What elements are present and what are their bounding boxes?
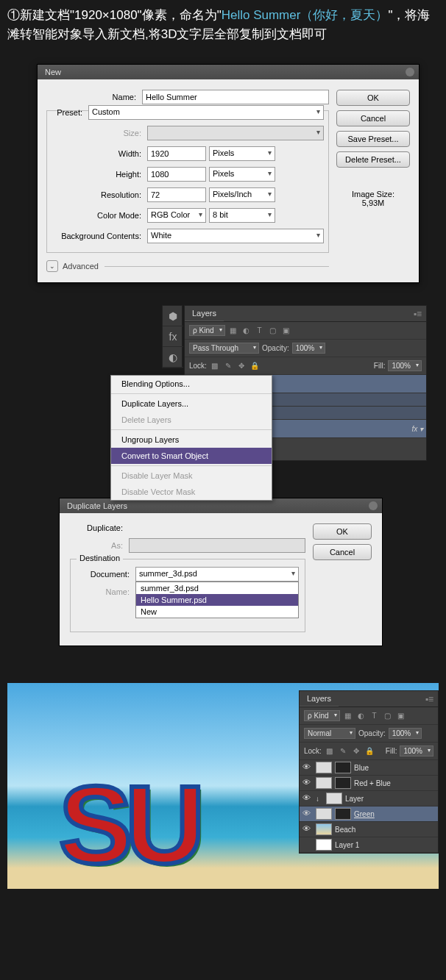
fill-label: Fill:	[374, 362, 386, 370]
size-label: Size:	[52, 129, 147, 137]
close-icon[interactable]	[406, 68, 414, 76]
menu-ungroup-layers[interactable]: Ungroup Layers	[111, 432, 272, 448]
name-input[interactable]	[142, 90, 329, 104]
layers-tab[interactable]: Layers	[185, 306, 224, 321]
filter-adjust-icon[interactable]: ◐	[356, 711, 367, 721]
preset-select[interactable]: Custom	[88, 105, 324, 120]
panel-menu-icon[interactable]: ▪≡	[409, 306, 426, 322]
height-input[interactable]	[147, 167, 206, 182]
dialog-title: New	[45, 68, 61, 76]
filter-type-icon[interactable]: T	[255, 326, 265, 336]
dropdown-option[interactable]: Hello Summer.psd	[136, 594, 298, 606]
size-select	[147, 126, 324, 140]
color-depth-select[interactable]: 8 bit	[209, 208, 275, 223]
filter-kind-select[interactable]: ρ Kind	[304, 710, 340, 721]
layer-item[interactable]: 👁↓Layer	[300, 791, 438, 806]
as-input	[129, 538, 305, 553]
canvas-preview: SU Layers ▪≡ ρ Kind ▦ ◐ T ▢ ▣ Normal Opa…	[7, 683, 439, 889]
as-label: As:	[70, 541, 129, 550]
filter-kind-select[interactable]: ρ Kind	[189, 325, 225, 336]
duplicate-layers-dialog: Duplicate Layers OK Cancel Duplicate: As…	[59, 498, 383, 646]
opacity-input[interactable]: 100%	[292, 343, 326, 354]
ok-button[interactable]: OK	[336, 90, 410, 106]
bg-select[interactable]: White	[147, 229, 324, 243]
lock-paint-icon[interactable]: ✎	[338, 746, 348, 757]
filter-shape-icon[interactable]: ▢	[268, 326, 278, 336]
filter-smart-icon[interactable]: ▣	[281, 326, 291, 336]
duplicate-label: Duplicate:	[70, 523, 129, 532]
dialog-title: Duplicate Layers	[67, 501, 127, 510]
cancel-button[interactable]: Cancel	[313, 544, 372, 560]
opacity-input[interactable]: 100%	[389, 728, 422, 739]
filter-adjust-icon[interactable]: ◐	[241, 326, 252, 336]
dialog-titlebar[interactable]: New	[38, 65, 419, 79]
image-size-label: Image Size:	[336, 190, 410, 198]
filter-pixel-icon[interactable]: ▦	[343, 711, 353, 721]
layer-item[interactable]: 👁Red + Blue	[300, 776, 438, 791]
menu-blending-options[interactable]: Blending Options...	[111, 376, 272, 392]
height-label: Height:	[52, 170, 147, 179]
tool-3d-icon[interactable]: ⬢	[163, 306, 183, 326]
cancel-button[interactable]: Cancel	[336, 110, 410, 126]
name-label: Name:	[77, 587, 135, 596]
fill-input[interactable]: 100%	[388, 360, 422, 371]
lock-trans-icon[interactable]: ▩	[210, 361, 220, 371]
width-unit-select[interactable]: Pixels	[209, 146, 275, 161]
ok-button[interactable]: OK	[313, 523, 372, 540]
lock-all-icon[interactable]: 🔒	[249, 361, 260, 371]
dropdown-option[interactable]: summer_3d.psd	[136, 582, 298, 594]
menu-duplicate-layers[interactable]: Duplicate Layers...	[111, 396, 272, 412]
delete-preset-button[interactable]: Delete Preset...	[336, 151, 410, 168]
destination-legend: Destination	[77, 554, 123, 562]
color-mode-select[interactable]: RGB Color	[147, 208, 206, 223]
panel-menu-icon[interactable]: ▪≡	[421, 691, 438, 707]
height-unit-select[interactable]: Pixels	[209, 167, 275, 182]
lock-move-icon[interactable]: ✥	[351, 746, 361, 757]
filter-type-icon[interactable]: T	[369, 711, 380, 721]
3d-text: SU	[59, 762, 197, 889]
layers-tab[interactable]: Layers	[300, 691, 339, 707]
blend-mode-select[interactable]: Pass Through	[189, 343, 259, 354]
document-select[interactable]: summer_3d.psd	[135, 567, 299, 582]
tool-swatch-icon[interactable]: ◐	[163, 347, 183, 368]
tool-fx-icon[interactable]: fx	[163, 326, 183, 347]
fx-icon[interactable]: fx ▾	[411, 425, 423, 433]
fill-label: Fill:	[386, 747, 397, 755]
width-input[interactable]	[147, 146, 206, 161]
advanced-label: Advanced	[63, 262, 99, 271]
document-label: Document:	[77, 570, 135, 579]
instruction-text: ①新建文档"1920×1080"像素，命名为"Hello Summer（你好，夏…	[0, 0, 446, 49]
opacity-label: Opacity:	[262, 344, 289, 352]
menu-delete-layers: Delete Layers	[111, 412, 272, 428]
filter-smart-icon[interactable]: ▣	[396, 711, 406, 721]
layer-item[interactable]: 👁Blue	[300, 760, 438, 776]
lock-move-icon[interactable]: ✥	[236, 361, 247, 371]
lock-label: Lock:	[189, 362, 207, 370]
lock-trans-icon[interactable]: ▩	[325, 746, 335, 757]
tool-column: ⬢ fx ◐	[162, 305, 183, 368]
lock-label: Lock:	[304, 747, 322, 755]
lock-all-icon[interactable]: 🔒	[364, 746, 375, 757]
layer-item[interactable]: Layer 1	[300, 837, 438, 853]
fill-input[interactable]: 100%	[400, 745, 433, 757]
name-label: Name:	[46, 93, 142, 101]
save-preset-button[interactable]: Save Preset...	[336, 131, 410, 147]
color-mode-label: Color Mode:	[52, 211, 147, 220]
lock-paint-icon[interactable]: ✎	[223, 361, 233, 371]
layers-panel-overlay: Layers ▪≡ ρ Kind ▦ ◐ T ▢ ▣ Normal Opacit…	[299, 690, 439, 854]
dialog-titlebar[interactable]: Duplicate Layers	[60, 498, 382, 513]
layer-item[interactable]: 👁Beach	[300, 822, 438, 837]
dropdown-option[interactable]: New	[136, 606, 298, 618]
filter-shape-icon[interactable]: ▢	[383, 711, 393, 721]
width-label: Width:	[52, 149, 147, 158]
menu-convert-smart-object[interactable]: Convert to Smart Object	[111, 448, 272, 464]
resolution-input[interactable]	[147, 187, 206, 202]
close-icon[interactable]	[369, 501, 378, 510]
filter-pixel-icon[interactable]: ▦	[228, 326, 238, 336]
bg-label: Background Contents:	[52, 232, 147, 240]
layer-item[interactable]: 👁Green	[300, 806, 438, 822]
resolution-label: Resolution:	[52, 190, 147, 199]
resolution-unit-select[interactable]: Pixels/Inch	[209, 187, 275, 202]
blend-mode-select[interactable]: Normal	[304, 728, 355, 739]
advanced-toggle[interactable]: ⌄	[46, 260, 58, 272]
